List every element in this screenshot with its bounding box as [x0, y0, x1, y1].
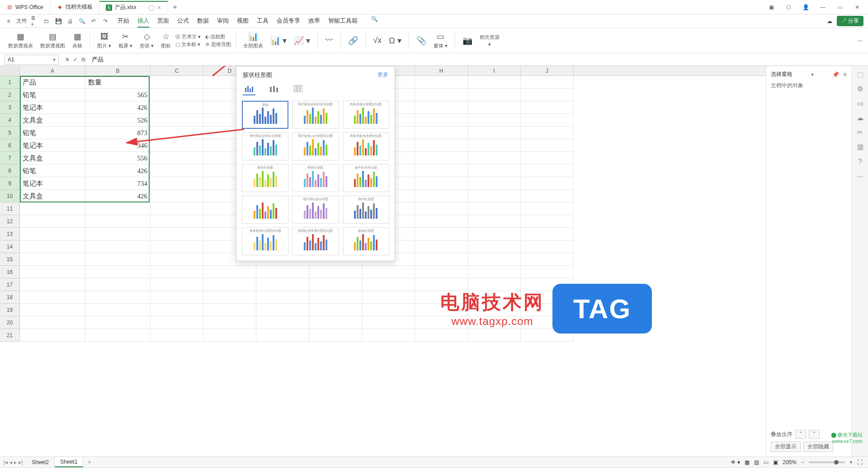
cell-F18[interactable] — [309, 291, 362, 304]
cell-H14[interactable] — [415, 240, 468, 253]
cell-C19[interactable] — [151, 304, 203, 316]
fullscreen-icon[interactable]: ⛶ — [857, 459, 863, 465]
cell-C15[interactable] — [151, 253, 203, 266]
cell-J13[interactable] — [521, 228, 574, 240]
cell-B6[interactable]: 346 — [85, 139, 151, 152]
cell-A19[interactable] — [20, 304, 85, 316]
cell-E16[interactable] — [256, 266, 309, 278]
cell-A11[interactable] — [20, 202, 85, 215]
cell-A4[interactable]: 文具盒 — [20, 114, 85, 127]
cell-H4[interactable] — [415, 114, 468, 127]
redo-icon[interactable]: ↷ — [101, 17, 109, 25]
app-tab-template[interactable]: ◆ 找稻壳模板 — [50, 1, 99, 14]
row-header-3[interactable]: 3 — [0, 101, 20, 114]
side-icon-3[interactable]: ☁ — [857, 114, 863, 122]
cell-B4[interactable]: 526 — [85, 114, 151, 127]
cell-H5[interactable] — [415, 127, 468, 139]
tab-insert[interactable]: 插入 — [137, 15, 149, 28]
col-header-J[interactable]: J — [521, 66, 574, 75]
row-header-18[interactable]: 18 — [0, 291, 20, 304]
cell-A12[interactable] — [20, 215, 85, 228]
cell-B14[interactable] — [85, 240, 151, 253]
cell-I8[interactable] — [468, 164, 521, 177]
cell-A15[interactable] — [20, 253, 85, 266]
ribbon-symbol[interactable]: Ω ▾ — [386, 35, 404, 47]
cell-E17[interactable] — [256, 278, 309, 291]
cell-I1[interactable] — [468, 76, 521, 89]
cell-C2[interactable] — [151, 89, 203, 101]
undo-icon[interactable]: ↶ — [90, 17, 98, 25]
chart-thumb-1[interactable]: 现代彩色并排柱状分布图 — [292, 101, 339, 129]
cell-A18[interactable] — [20, 291, 85, 304]
col-header-C[interactable]: C — [151, 66, 203, 75]
cell-C16[interactable] — [151, 266, 203, 278]
cell-H15[interactable] — [415, 253, 468, 266]
cell-G20[interactable] — [362, 316, 415, 329]
ribbon-flowchart[interactable]: ⬖ 流程图 — [205, 33, 231, 40]
hide-all-button[interactable]: 全部隐藏 — [803, 442, 833, 452]
side-icon-1[interactable]: ⚙ — [857, 85, 863, 93]
cancel-fx-icon[interactable]: ✕ — [65, 56, 70, 63]
cell-J2[interactable] — [521, 89, 574, 101]
cell-I11[interactable] — [468, 202, 521, 215]
cell-J12[interactable] — [521, 215, 574, 228]
cell-J9[interactable] — [521, 177, 574, 190]
tab-start[interactable]: 开始 — [118, 15, 129, 28]
move-up-button[interactable]: ˄ — [795, 430, 806, 439]
cell-B13[interactable] — [85, 228, 151, 240]
share-button[interactable]: ↗ 分享 — [837, 16, 863, 26]
ribbon-docer[interactable]: 稻壳资源 ▾ — [477, 33, 502, 48]
cell-E18[interactable] — [256, 291, 309, 304]
cloud-icon[interactable]: ☁ — [827, 18, 832, 24]
cell-B5[interactable]: 873 — [85, 127, 151, 139]
chart-thumb-2[interactable]: 商务风格柱形图对比图 — [343, 101, 389, 129]
cell-A7[interactable]: 文具盒 — [20, 152, 85, 164]
cell-C7[interactable] — [151, 152, 203, 164]
chevron-down-icon[interactable]: ▾ — [53, 56, 56, 63]
accept-fx-icon[interactable]: ✓ — [73, 56, 78, 63]
side-icon-2[interactable]: ▭ — [857, 99, 863, 108]
cell-B12[interactable] — [85, 215, 151, 228]
cell-A10[interactable]: 文具盒 — [20, 190, 85, 202]
row-header-14[interactable]: 14 — [0, 240, 20, 253]
cell-H1[interactable] — [415, 76, 468, 89]
cell-I15[interactable] — [468, 253, 521, 266]
close-pane-icon[interactable]: ✕ — [843, 71, 847, 78]
sheet-first-icon[interactable]: |◂ — [4, 459, 8, 465]
cell-A9[interactable]: 笔记本 — [20, 177, 85, 190]
row-header-6[interactable]: 6 — [0, 139, 20, 152]
cell-A6[interactable]: 笔记本 — [20, 139, 85, 152]
col-header-A[interactable]: A — [20, 66, 85, 75]
cell-E19[interactable] — [256, 304, 309, 316]
cell-B9[interactable]: 734 — [85, 177, 151, 190]
minimize-button[interactable]: — — [816, 1, 829, 14]
cell-J6[interactable] — [521, 139, 574, 152]
cell-J10[interactable] — [521, 190, 574, 202]
cell-B20[interactable] — [85, 316, 151, 329]
cell-D18[interactable] — [203, 291, 256, 304]
cell-A16[interactable] — [20, 266, 85, 278]
view-eye-icon[interactable]: 👁 ▾ — [731, 459, 740, 465]
cell-C8[interactable] — [151, 164, 203, 177]
zoom-slider[interactable] — [809, 461, 845, 463]
cell-C18[interactable] — [151, 291, 203, 304]
tab-data[interactable]: 数据 — [197, 15, 209, 28]
cell-F17[interactable] — [309, 278, 362, 291]
cell-H16[interactable] — [415, 266, 468, 278]
cell-A21[interactable] — [20, 329, 85, 342]
cell-E21[interactable] — [256, 329, 309, 342]
select-all-corner[interactable] — [0, 66, 20, 75]
chart-type-percent-icon[interactable] — [292, 83, 304, 95]
chart-thumb-13[interactable]: 简易柱形常用柱图对比图 — [292, 227, 339, 255]
save-icon[interactable]: 💾 — [54, 17, 62, 25]
cell-G19[interactable] — [362, 304, 415, 316]
chart-thumb-5[interactable]: 商务风彩色滑用对比图 — [343, 132, 389, 160]
cell-C4[interactable] — [151, 114, 203, 127]
cell-I7[interactable] — [468, 152, 521, 164]
avatar-icon[interactable]: 👤 — [799, 1, 812, 14]
cell-D17[interactable] — [203, 278, 256, 291]
sheet-next-icon[interactable]: ▸ — [14, 459, 17, 465]
row-header-7[interactable]: 7 — [0, 152, 20, 164]
col-header-H[interactable]: H — [415, 66, 468, 75]
cell-B2[interactable]: 565 — [85, 89, 151, 101]
